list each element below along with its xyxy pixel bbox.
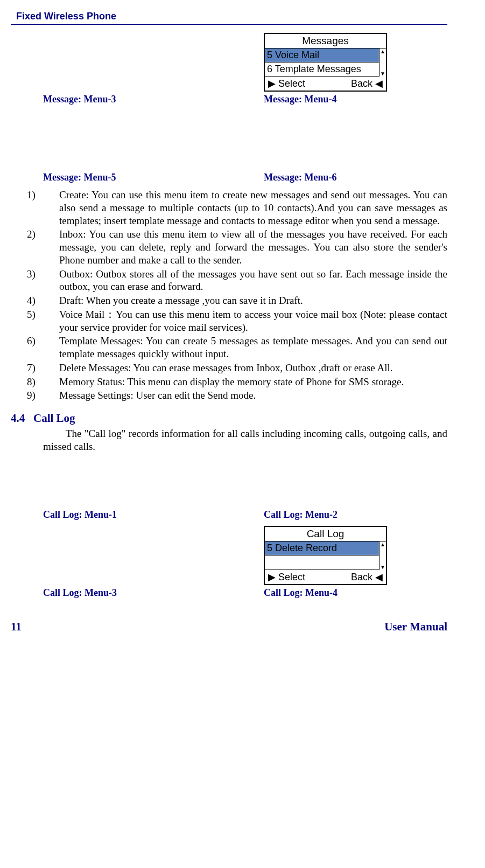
scroll-down-icon: ▼ (379, 564, 386, 570)
section-heading-call-log: 4.4Call Log (11, 412, 447, 425)
list-text: Inbox: You can use this menu item to vie… (59, 228, 447, 266)
menu-item-delete-record[interactable]: 5 Delete Record (265, 541, 379, 555)
scrollbar[interactable]: ▲ ▼ (379, 48, 386, 77)
list-item: 6)Template Messages: You can create 5 me… (43, 335, 447, 360)
caption-calllog-menu-4: Call Log: Menu-4 (264, 587, 338, 599)
softkey-select-label: Select (278, 78, 305, 89)
list-item: 4)Draft: When you create a message ,you … (43, 294, 447, 307)
softkey-back-label: Back (351, 78, 372, 89)
list-text: Delete Messages: You can erase messages … (59, 362, 392, 373)
menu-item-empty (265, 555, 379, 570)
list-text: Template Messages: You can create 5 mess… (59, 335, 447, 359)
caption-msg-menu-6: Message: Menu-6 (264, 172, 336, 183)
softkey-select-label: Select (278, 572, 305, 582)
list-item: 2)Inbox: You can use this menu item to v… (43, 228, 447, 266)
list-item: 7)Delete Messages: You can erase message… (43, 362, 447, 374)
list-number: 5) (43, 308, 59, 321)
list-number: 4) (43, 294, 59, 307)
list-item: 5)Voice Mail：You can use this menu item … (43, 308, 447, 334)
softkey-select[interactable]: ▶ Select (268, 571, 305, 583)
list-number: 9) (43, 389, 59, 402)
softkey-back[interactable]: Back ◀ (351, 571, 383, 583)
scroll-down-icon: ▼ (379, 71, 386, 77)
phone-screen-call-log: Call Log 5 Delete Record ▲ ▼ ▶ Select Ba… (264, 526, 387, 585)
header-rule (11, 24, 447, 25)
list-number: 8) (43, 376, 59, 388)
list-item: 3)Outbox: Outbox stores all of the messa… (43, 268, 447, 294)
section-paragraph-text: The "Call log" records information for a… (43, 428, 447, 452)
caption-msg-menu-5: Message: Menu-5 (43, 172, 264, 183)
list-number: 1) (43, 189, 59, 202)
list-item: 1)Create: You can use this menu item to … (43, 189, 447, 227)
scroll-up-icon: ▲ (379, 48, 386, 54)
list-text: Message Settings: User can edit the Send… (59, 390, 256, 401)
section-title: Call Log (33, 412, 75, 425)
caption-msg-menu-3: Message: Menu-3 (43, 94, 264, 105)
scroll-up-icon: ▲ (379, 541, 386, 547)
caption-msg-menu-4: Message: Menu-4 (264, 94, 336, 105)
phone-screen-title: Messages (265, 34, 386, 48)
numbered-list: 1)Create: You can use this menu item to … (43, 189, 447, 402)
menu-item-template-messages[interactable]: 6 Template Messages (265, 63, 379, 77)
list-text: Memory Status: This menu can display the… (59, 376, 404, 387)
phone-screen-messages: Messages 5 Voice Mail 6 Template Message… (264, 33, 387, 92)
list-text: Voice Mail：You can use this menu item to… (59, 309, 447, 333)
softkey-back[interactable]: Back ◀ (351, 78, 383, 89)
list-text: Outbox: Outbox stores all of the message… (59, 268, 447, 293)
softkey-select[interactable]: ▶ Select (268, 78, 305, 89)
list-number: 3) (43, 268, 59, 281)
section-paragraph: The "Call log" records information for a… (43, 427, 447, 453)
phone-screen-title: Call Log (265, 527, 386, 541)
list-item: 9)Message Settings: User can edit the Se… (43, 389, 447, 402)
list-text: Create: You can use this menu item to cr… (59, 189, 447, 226)
doc-header-title: Fixed Wireless Phone (16, 11, 447, 22)
list-number: 7) (43, 362, 59, 374)
footer-label: User Manual (384, 620, 447, 634)
list-text: Draft: When you create a message ,you ca… (59, 295, 303, 306)
caption-calllog-menu-2: Call Log: Menu-2 (264, 509, 338, 520)
section-number: 4.4 (11, 412, 33, 425)
caption-calllog-menu-1: Call Log: Menu-1 (43, 509, 264, 520)
page-number: 11 (11, 620, 22, 634)
caption-calllog-menu-3: Call Log: Menu-3 (43, 587, 264, 599)
list-number: 2) (43, 228, 59, 241)
list-number: 6) (43, 335, 59, 348)
softkey-back-label: Back (351, 572, 372, 582)
list-item: 8)Memory Status: This menu can display t… (43, 376, 447, 388)
menu-item-voice-mail[interactable]: 5 Voice Mail (265, 48, 379, 63)
scrollbar[interactable]: ▲ ▼ (379, 541, 386, 570)
